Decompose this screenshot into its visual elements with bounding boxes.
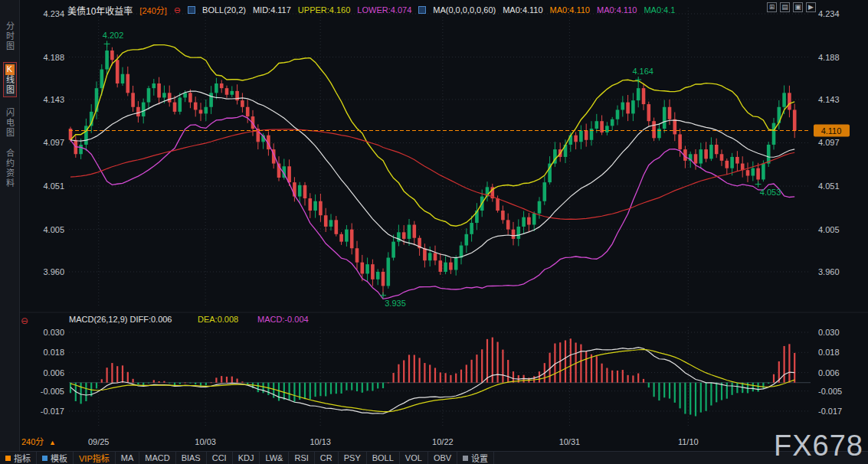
candlesticks xyxy=(69,44,797,295)
svg-text:10/22: 10/22 xyxy=(432,437,454,446)
boll-upper-value: UPPER:4.160 xyxy=(298,5,350,15)
toolbar-item-MA[interactable]: MA xyxy=(116,452,140,464)
boll-lower-value: LOWER:4.074 xyxy=(357,5,411,15)
ma-boll-lines xyxy=(70,45,794,299)
toolbar-item-RSI[interactable]: RSI xyxy=(289,452,314,464)
ma-value-3: MA0:4.110 xyxy=(597,5,637,15)
toolbar-icon xyxy=(5,456,11,461)
svg-text:240分: 240分 xyxy=(21,437,44,446)
toolbar-item-LW&[interactable]: LW& xyxy=(260,452,289,464)
current-price-marker: 4.110 xyxy=(69,125,850,137)
svg-text:4.188: 4.188 xyxy=(43,53,64,62)
ma-value-1: MA0:4.110 xyxy=(503,5,542,15)
ma-value-2: MA0:4.110 xyxy=(550,5,590,15)
svg-text:3.960: 3.960 xyxy=(818,267,840,276)
svg-text:4.143: 4.143 xyxy=(818,95,840,104)
svg-text:0.018: 0.018 xyxy=(818,348,840,357)
watermark: FX678 xyxy=(774,430,863,462)
svg-text:3.935: 3.935 xyxy=(385,299,406,308)
window-control-icon-3[interactable]: ▣ xyxy=(793,2,803,12)
svg-text:4.051: 4.051 xyxy=(43,181,64,191)
sidebar-item-4[interactable]: 合约资料 xyxy=(4,149,16,188)
window-controls: ⊞▤▣▶ xyxy=(767,2,816,12)
svg-text:4.097: 4.097 xyxy=(818,138,840,147)
macd-collapse-icon[interactable]: ⊖ xyxy=(21,315,28,326)
svg-text:4.097: 4.097 xyxy=(43,138,64,147)
toolbar-item-BOLL[interactable]: BOLL xyxy=(367,452,400,464)
svg-text:10/13: 10/13 xyxy=(310,437,331,446)
boll-label: BOLL(20,2) xyxy=(202,5,246,15)
svg-text:-0.017: -0.017 xyxy=(41,407,64,416)
window-control-icon-4[interactable]: ▶ xyxy=(806,2,816,12)
chart-canvas[interactable]: 09/2510/0310/1310/2210/3111/10240分▲4.234… xyxy=(0,0,868,452)
svg-text:10/31: 10/31 xyxy=(559,437,581,446)
svg-text:4.143: 4.143 xyxy=(43,95,64,104)
svg-text:-0.017: -0.017 xyxy=(818,407,842,416)
symbol-title: 美债10年收益率 xyxy=(67,4,133,17)
toolbar-item-模板[interactable]: 模板 xyxy=(37,452,74,464)
svg-text:4.053: 4.053 xyxy=(760,188,781,197)
indicator-header: 美债10年收益率[240分]⊖BOLL(20,2)MID:4.117UPPER:… xyxy=(20,0,868,20)
svg-text:4.110: 4.110 xyxy=(821,126,842,136)
macd-header: MACD(26,12,9) DIFF:0.006DEA:0.008MACD:-0… xyxy=(69,315,309,324)
toolbar-icon xyxy=(42,456,47,461)
time-axis: 09/2510/0310/1310/2210/3111/10240分▲ xyxy=(21,437,699,446)
timeframe-badge[interactable]: [240分] xyxy=(139,4,166,16)
toolbar-item-OBV[interactable]: OBV xyxy=(428,452,457,464)
sidebar: 分时图K线图闪电图合约资料 xyxy=(0,0,20,451)
svg-text:MACD:-0.004: MACD:-0.004 xyxy=(257,315,309,324)
svg-text:▲: ▲ xyxy=(49,439,56,446)
svg-text:0.006: 0.006 xyxy=(43,368,64,377)
sidebar-item-3[interactable]: 闪电图 xyxy=(4,108,16,138)
svg-text:09/25: 09/25 xyxy=(88,437,110,446)
price-axis-labels: 4.2344.2344.1884.1884.1434.1434.0974.097… xyxy=(41,9,842,416)
svg-text:3.960: 3.960 xyxy=(43,267,64,276)
svg-text:4.188: 4.188 xyxy=(818,53,840,62)
svg-text:4.202: 4.202 xyxy=(103,31,124,40)
toolbar-item-BIAS[interactable]: BIAS xyxy=(176,452,207,464)
svg-text:-0.005: -0.005 xyxy=(818,387,842,396)
svg-text:MACD(26,12,9) DIFF:0.006: MACD(26,12,9) DIFF:0.006 xyxy=(69,315,172,324)
toolbar-item-VIP指标[interactable]: VIP指标 xyxy=(74,452,116,464)
toolbar-item-指标[interactable]: 指标 xyxy=(0,452,37,464)
bottom-toolbar: 指标模板VIP指标MAMACDBIASCCIKDJLW&RSICRPSYBOLL… xyxy=(0,451,868,464)
svg-text:0.006: 0.006 xyxy=(818,368,840,377)
sidebar-item-1[interactable]: 分时图 xyxy=(4,21,16,51)
svg-text:4.005: 4.005 xyxy=(818,225,840,234)
ma-label: MA(0,0,0,0,0,60) xyxy=(433,5,496,15)
ma-value-4: MA0:4.1 xyxy=(644,5,675,15)
toolbar-item-PSY[interactable]: PSY xyxy=(339,452,367,464)
toolbar-icon xyxy=(463,456,468,461)
svg-text:0.018: 0.018 xyxy=(43,348,64,357)
indicator-icon xyxy=(188,6,195,14)
svg-text:10/03: 10/03 xyxy=(195,437,216,446)
svg-text:4.005: 4.005 xyxy=(43,225,64,234)
indicator-icon xyxy=(418,6,426,14)
toolbar-item-CCI[interactable]: CCI xyxy=(207,452,233,464)
boll-mid-value: MID:4.117 xyxy=(253,5,291,15)
macd-pane xyxy=(70,338,795,417)
grid-lines xyxy=(20,8,868,426)
svg-text:DEA:0.008: DEA:0.008 xyxy=(198,315,238,324)
svg-text:0.030: 0.030 xyxy=(43,328,64,337)
toolbar-item-KDJ[interactable]: KDJ xyxy=(233,452,260,464)
svg-text:4.051: 4.051 xyxy=(818,181,840,191)
svg-text:11/10: 11/10 xyxy=(678,437,699,446)
toolbar-item-设置[interactable]: 设置 xyxy=(457,452,494,464)
toolbar-item-MACD[interactable]: MACD xyxy=(139,452,175,464)
toolbar-item-VOL[interactable]: VOL xyxy=(400,452,428,464)
svg-text:0.030: 0.030 xyxy=(818,328,840,337)
sidebar-item-2[interactable]: K线图 xyxy=(3,62,17,97)
window-control-icon-2[interactable]: ▤ xyxy=(780,2,790,12)
collapse-main-icon[interactable]: ⊖ xyxy=(174,5,181,15)
window-control-icon-1[interactable]: ⊞ xyxy=(767,2,777,12)
svg-text:-0.005: -0.005 xyxy=(41,387,64,396)
svg-text:4.164: 4.164 xyxy=(632,67,653,76)
toolbar-item-CR[interactable]: CR xyxy=(315,452,339,464)
